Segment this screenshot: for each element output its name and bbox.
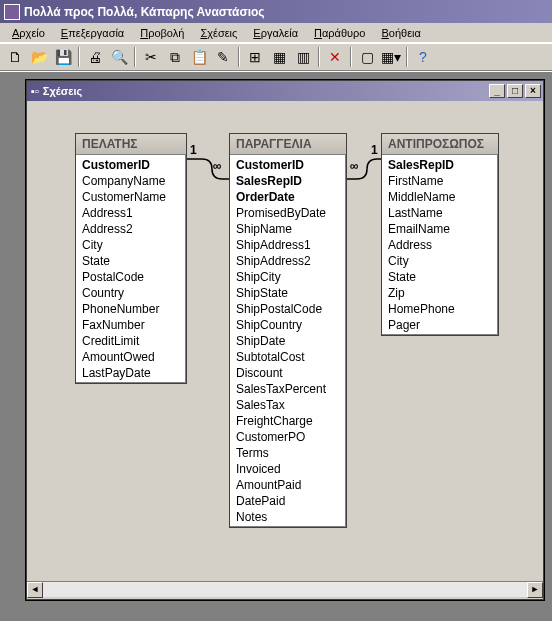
table-field[interactable]: FaxNumber — [76, 317, 186, 333]
rel-label-many: ∞ — [350, 159, 359, 173]
table-field[interactable]: PostalCode — [76, 269, 186, 285]
relationships-window: ▪▫ Σχέσεις _ □ × 1 ∞ ∞ 1 ΠΕΛΑΤΗΣCustomer… — [26, 80, 544, 600]
table-field[interactable]: Address — [382, 237, 498, 253]
table-field[interactable]: CreditLimit — [76, 333, 186, 349]
menu-tools[interactable]: Εργαλεία — [245, 25, 306, 41]
cut-icon[interactable]: ✂ — [140, 46, 162, 68]
format-icon[interactable]: ✎ — [212, 46, 234, 68]
table-field[interactable]: ShipAddress1 — [230, 237, 346, 253]
table-field[interactable]: PromisedByDate — [230, 205, 346, 221]
app-title: Πολλά προς Πολλά, Κάπαρης Αναστάσιος — [24, 5, 265, 19]
table-fields: CustomerIDCompanyNameCustomerNameAddress… — [76, 155, 186, 383]
table-field[interactable]: ShipDate — [230, 333, 346, 349]
table-field[interactable]: CustomerPO — [230, 429, 346, 445]
table-field[interactable]: SalesRepID — [382, 157, 498, 173]
table-field[interactable]: Address2 — [76, 221, 186, 237]
child-title: Σχέσεις — [43, 85, 82, 97]
table-field[interactable]: AmountOwed — [76, 349, 186, 365]
table-field[interactable]: Invoiced — [230, 461, 346, 477]
table-box[interactable]: ΑΝΤΙΠΡΟΣΩΠΟΣSalesRepIDFirstNameMiddleNam… — [381, 133, 499, 336]
minimize-button[interactable]: _ — [489, 84, 505, 98]
table-field[interactable]: SalesTaxPercent — [230, 381, 346, 397]
table-field[interactable]: FreightCharge — [230, 413, 346, 429]
table-header[interactable]: ΑΝΤΙΠΡΟΣΩΠΟΣ — [382, 134, 498, 155]
help-icon[interactable]: ? — [412, 46, 434, 68]
relationships-icon: ▪▫ — [31, 85, 39, 97]
table-field[interactable]: CompanyName — [76, 173, 186, 189]
copy-icon[interactable]: ⧉ — [164, 46, 186, 68]
table-field[interactable]: OrderDate — [230, 189, 346, 205]
table-fields: CustomerIDSalesRepIDOrderDatePromisedByD… — [230, 155, 346, 527]
print-icon[interactable]: 🖨 — [84, 46, 106, 68]
table-field[interactable]: Discount — [230, 365, 346, 381]
separator — [406, 47, 408, 67]
table-field[interactable]: State — [76, 253, 186, 269]
delete-icon[interactable]: ✕ — [324, 46, 346, 68]
table-field[interactable]: Country — [76, 285, 186, 301]
separator — [134, 47, 136, 67]
table-box[interactable]: ΠΕΛΑΤΗΣCustomerIDCompanyNameCustomerName… — [75, 133, 187, 384]
table-field[interactable]: SalesTax — [230, 397, 346, 413]
menubar: Αρχείο Επεξεργασία Προβολή Σχέσεις Εργαλ… — [0, 23, 552, 43]
table-field[interactable]: LastName — [382, 205, 498, 221]
table-field[interactable]: ShipCountry — [230, 317, 346, 333]
scroll-right-button[interactable]: ► — [527, 582, 543, 598]
app-icon — [4, 4, 20, 20]
mdi-area: ▪▫ Σχέσεις _ □ × 1 ∞ ∞ 1 ΠΕΛΑΤΗΣCustomer… — [0, 71, 552, 621]
table-field[interactable]: ShipCity — [230, 269, 346, 285]
table-header[interactable]: ΠΕΛΑΤΗΣ — [76, 134, 186, 155]
table-field[interactable]: Notes — [230, 509, 346, 525]
table-field[interactable]: AmountPaid — [230, 477, 346, 493]
add-table-icon[interactable]: ⊞ — [244, 46, 266, 68]
table-field[interactable]: Pager — [382, 317, 498, 333]
table-field[interactable]: Zip — [382, 285, 498, 301]
maximize-button[interactable]: □ — [507, 84, 523, 98]
show-all-icon[interactable]: ▥ — [292, 46, 314, 68]
rel-label-one: 1 — [190, 143, 197, 157]
table-field[interactable]: FirstName — [382, 173, 498, 189]
menu-help[interactable]: Βοήθεια — [373, 25, 428, 41]
table-field[interactable]: EmailName — [382, 221, 498, 237]
table-field[interactable]: City — [76, 237, 186, 253]
table-field[interactable]: City — [382, 253, 498, 269]
table-field[interactable]: ShipName — [230, 221, 346, 237]
save-icon[interactable]: 💾 — [52, 46, 74, 68]
menu-file[interactable]: Αρχείο — [4, 25, 53, 41]
table-field[interactable]: HomePhone — [382, 301, 498, 317]
table-field[interactable]: LastPayDate — [76, 365, 186, 381]
preview-icon[interactable]: 🔍 — [108, 46, 130, 68]
window-icon[interactable]: ▢ — [356, 46, 378, 68]
table-field[interactable]: CustomerID — [76, 157, 186, 173]
table-field[interactable]: ShipPostalCode — [230, 301, 346, 317]
table-box[interactable]: ΠΑΡΑΓΓΕΛΙΑCustomerIDSalesRepIDOrderDateP… — [229, 133, 347, 528]
grid-icon[interactable]: ▦▾ — [380, 46, 402, 68]
table-header[interactable]: ΠΑΡΑΓΓΕΛΙΑ — [230, 134, 346, 155]
table-field[interactable]: MiddleName — [382, 189, 498, 205]
close-button[interactable]: × — [525, 84, 541, 98]
table-field[interactable]: ShipAddress2 — [230, 253, 346, 269]
table-field[interactable]: CustomerID — [230, 157, 346, 173]
separator — [350, 47, 352, 67]
menu-relationships[interactable]: Σχέσεις — [192, 25, 245, 41]
open-icon[interactable]: 📂 — [28, 46, 50, 68]
table-field[interactable]: PhoneNumber — [76, 301, 186, 317]
menu-edit[interactable]: Επεξεργασία — [53, 25, 132, 41]
table-field[interactable]: SubtotalCost — [230, 349, 346, 365]
table-field[interactable]: Terms — [230, 445, 346, 461]
paste-icon[interactable]: 📋 — [188, 46, 210, 68]
table-field[interactable]: DatePaid — [230, 493, 346, 509]
table-field[interactable]: Address1 — [76, 205, 186, 221]
relationships-canvas[interactable]: 1 ∞ ∞ 1 ΠΕΛΑΤΗΣCustomerIDCompanyNameCust… — [27, 101, 543, 581]
table-field[interactable]: CustomerName — [76, 189, 186, 205]
scroll-left-button[interactable]: ◄ — [27, 582, 43, 598]
horizontal-scrollbar[interactable]: ◄ ► — [27, 581, 543, 597]
table-field[interactable]: ShipState — [230, 285, 346, 301]
show-table-icon[interactable]: ▦ — [268, 46, 290, 68]
table-field[interactable]: SalesRepID — [230, 173, 346, 189]
app-titlebar: Πολλά προς Πολλά, Κάπαρης Αναστάσιος — [0, 0, 552, 23]
menu-view[interactable]: Προβολή — [132, 25, 192, 41]
rel-label-many: ∞ — [213, 159, 222, 173]
new-icon[interactable]: 🗋 — [4, 46, 26, 68]
table-field[interactable]: State — [382, 269, 498, 285]
menu-window[interactable]: Παράθυρο — [306, 25, 373, 41]
